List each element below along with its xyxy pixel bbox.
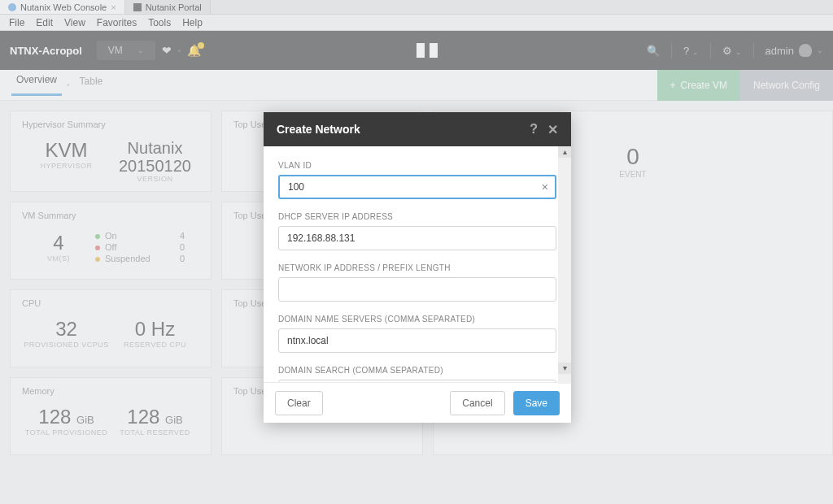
vlan-id-label: VLAN ID [278, 161, 556, 170]
dns-label: DOMAIN NAME SERVERS (COMMA SEPARATED) [278, 315, 556, 324]
modal-title: Create Network [277, 123, 360, 136]
create-network-modal: Create Network ? ✕ VLAN ID × DHCP SERVER… [264, 112, 571, 423]
network-input[interactable] [278, 277, 556, 302]
scroll-down-icon[interactable]: ▾ [558, 363, 571, 374]
close-icon[interactable]: ✕ [547, 122, 558, 137]
dhcp-input[interactable] [278, 226, 556, 250]
cancel-button[interactable]: Cancel [450, 391, 504, 415]
dhcp-label: DHCP SERVER IP ADDRESS [278, 212, 556, 221]
help-icon[interactable]: ? [530, 122, 538, 137]
domain-search-input[interactable] [278, 380, 556, 382]
network-label: NETWORK IP ADDRESS / PREFIX LENGTH [278, 263, 556, 272]
scroll-up-icon[interactable]: ▴ [558, 146, 571, 158]
modal-body: VLAN ID × DHCP SERVER IP ADDRESS NETWORK… [264, 146, 571, 382]
dns-input[interactable] [278, 328, 556, 353]
domain-search-label: DOMAIN SEARCH (COMMA SEPARATED) [278, 366, 556, 375]
vlan-id-input[interactable] [278, 175, 556, 199]
save-button[interactable]: Save [513, 391, 560, 415]
clear-button[interactable]: Clear [275, 391, 323, 415]
scroll-track[interactable] [558, 158, 571, 363]
clear-input-icon[interactable]: × [542, 180, 548, 193]
modal-header: Create Network ? ✕ [264, 112, 571, 146]
modal-scrollbar[interactable]: ▴ ▾ [558, 146, 571, 384]
modal-footer: Clear Cancel Save [264, 382, 571, 423]
